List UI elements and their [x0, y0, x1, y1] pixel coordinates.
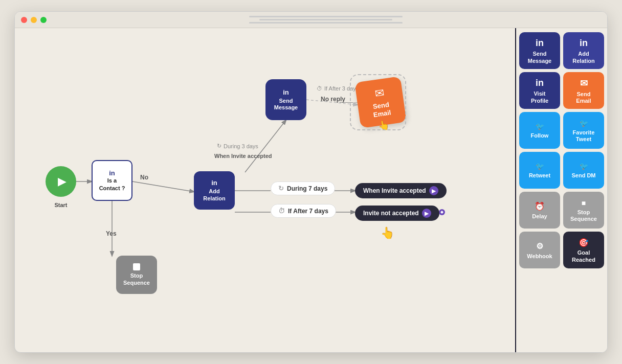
- sidebar-send-dm-label: Send DM: [571, 172, 595, 179]
- add-relation-text: AddRelation: [203, 188, 225, 201]
- stop-icon: [133, 263, 140, 270]
- sidebar-add-relation-label: AddRelation: [572, 51, 594, 64]
- sidebar-retweet-label: Retweet: [529, 172, 550, 179]
- linkedin-sm-icon: in: [536, 38, 544, 49]
- chip-arrow-icon2: ▶: [422, 209, 431, 218]
- sidebar-follow[interactable]: 🐦 Follow: [519, 112, 560, 149]
- invite-not-accepted-chip[interactable]: Invite not accepted ▶: [355, 206, 439, 221]
- no-label: No: [140, 174, 148, 181]
- stop-node[interactable]: StopSequence: [116, 256, 157, 294]
- sidebar-delay-label: Delay: [532, 213, 547, 220]
- twitter-rt-icon: 🐦: [536, 162, 544, 170]
- sidebar-send-message-label: SendMessage: [528, 51, 551, 64]
- sidebar-send-dm[interactable]: 🐦 Send DM: [563, 152, 604, 189]
- flow-canvas[interactable]: ▶ Start in Is aContact ? No Yes in AddRe…: [15, 28, 515, 352]
- dashed-border: [350, 74, 406, 130]
- contact-node[interactable]: in Is aContact ?: [92, 160, 132, 201]
- refresh-icon-cond: ↻: [278, 185, 284, 192]
- during3-annotation: ↻ During 3 days: [217, 143, 258, 149]
- linkedin-vp-icon: in: [536, 78, 544, 88]
- sidebar-send-message[interactable]: in SendMessage: [519, 32, 560, 69]
- send-message-text: SendMessage: [274, 98, 298, 111]
- sidebar-stop-sequence-label: StopSequence: [570, 209, 597, 222]
- webhook-icon: ⚙: [536, 241, 543, 251]
- sidebar-favorite-tweet-label: FavoriteTweet: [573, 129, 595, 143]
- refresh-icon: ↻: [217, 143, 221, 149]
- clock-icon: ⏱: [317, 85, 322, 92]
- send-message-node[interactable]: in SendMessage: [265, 79, 306, 120]
- add-relation-node[interactable]: in AddRelation: [194, 171, 235, 210]
- sidebar-stop-sequence[interactable]: ■ StopSequence: [563, 192, 604, 229]
- sidebar-row-2: in VisitProfile ✉ SendEmail: [519, 72, 604, 109]
- start-node[interactable]: ▶: [46, 166, 76, 197]
- yes-label: Yes: [106, 230, 117, 237]
- sidebar-webhook[interactable]: ⚙ Webhook: [519, 232, 560, 268]
- minimize-dot[interactable]: [31, 17, 37, 23]
- titlebar: [15, 12, 607, 28]
- contact-text: Is aContact ?: [99, 177, 125, 192]
- cursor-hand-icon: 👆: [381, 226, 394, 240]
- twitter-dm-icon: 🐦: [580, 162, 588, 170]
- during7-condition[interactable]: ↻ During 7 days: [271, 181, 335, 195]
- sidebar-visit-profile-label: VisitProfile: [531, 90, 548, 104]
- stop-sq-icon: ■: [582, 199, 586, 207]
- linkedin-icon: in: [109, 169, 115, 177]
- play-icon: ▶: [58, 175, 66, 188]
- stop-text: StopSequence: [123, 272, 150, 286]
- sidebar-retweet[interactable]: 🐦 Retweet: [519, 152, 560, 189]
- sidebar-send-email[interactable]: ✉ SendEmail: [563, 72, 604, 109]
- sidebar-favorite-tweet[interactable]: 🐦 FavoriteTweet: [563, 112, 604, 149]
- svg-line-1: [132, 181, 194, 192]
- chip-arrow-icon: ▶: [429, 186, 438, 195]
- clock-icon-cond: ⏱: [278, 207, 285, 215]
- sidebar-delay[interactable]: ⏰ Delay: [519, 192, 560, 229]
- sidebar: in SendMessage in AddRelation in VisitPr…: [515, 28, 607, 352]
- sidebar-follow-label: Follow: [531, 132, 549, 139]
- sidebar-add-relation[interactable]: in AddRelation: [563, 32, 604, 69]
- app-window: ▶ Start in Is aContact ? No Yes in AddRe…: [14, 11, 608, 353]
- sidebar-row-5: ⏰ Delay ■ StopSequence: [519, 192, 604, 229]
- invite-accepted-chip[interactable]: When Invite accepted ▶: [355, 183, 447, 198]
- linkedin-ar-icon: in: [580, 38, 588, 49]
- when-invite-annotation: When Invite accepted: [214, 153, 272, 159]
- twitter-ft-icon: 🐦: [580, 119, 588, 127]
- sidebar-goal-reached[interactable]: 🎯 GoalReached: [563, 232, 604, 268]
- sidebar-webhook-label: Webhook: [527, 253, 552, 260]
- sidebar-row-3: 🐦 Follow 🐦 FavoriteTweet: [519, 112, 604, 149]
- sidebar-send-email-label: SendEmail: [576, 91, 591, 104]
- ifafter7-condition[interactable]: ⏱ If After 7 days: [271, 204, 336, 218]
- goal-icon: 🎯: [579, 238, 589, 247]
- start-label: Start: [46, 202, 76, 208]
- maximize-dot[interactable]: [40, 17, 47, 23]
- mail-se-icon: ✉: [580, 78, 588, 89]
- twitter-f-icon: 🐦: [536, 122, 544, 130]
- sidebar-goal-reached-label: GoalReached: [572, 249, 595, 263]
- linkedin-addrel-icon: in: [211, 179, 217, 187]
- sidebar-row-6: ⚙ Webhook 🎯 GoalReached: [519, 232, 604, 268]
- sidebar-row-1: in SendMessage in AddRelation: [519, 32, 604, 69]
- delay-icon: ⏰: [535, 201, 545, 211]
- linkedin-sendmsg-icon: in: [283, 88, 289, 96]
- close-dot[interactable]: [21, 17, 27, 23]
- sidebar-row-4: 🐦 Retweet 🐦 Send DM: [519, 152, 604, 189]
- sidebar-visit-profile[interactable]: in VisitProfile: [519, 72, 560, 109]
- titlebar-decoration: [50, 16, 601, 24]
